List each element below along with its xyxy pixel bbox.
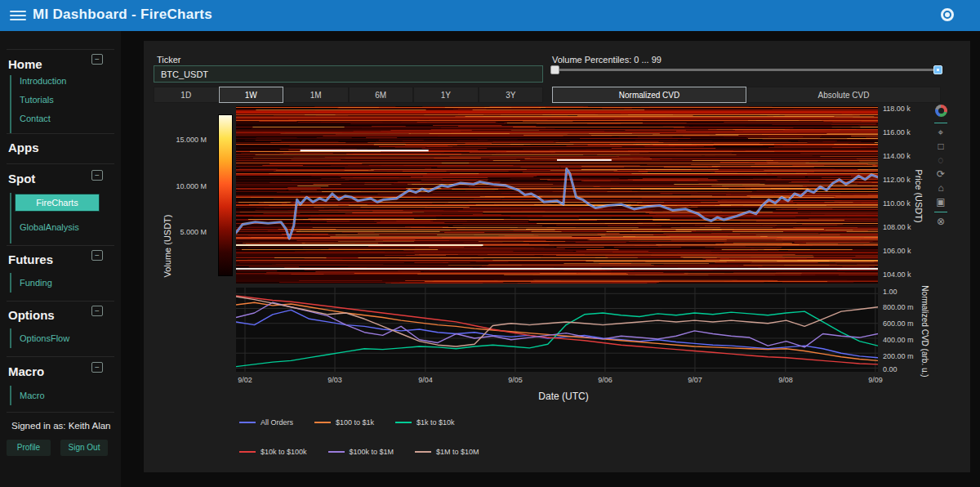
ticker-label: Ticker	[157, 55, 181, 65]
group-accent-line	[10, 193, 11, 244]
legend-label: $1M to $10M	[436, 448, 479, 456]
collapse-spot-icon[interactable]: −	[91, 170, 103, 181]
lasso-select-icon[interactable]: ◌	[938, 154, 943, 168]
legend-swatch	[395, 422, 412, 423]
divider	[7, 412, 114, 413]
legend-label: $100 to $1k	[336, 418, 374, 427]
sidebar-section-futures: Futures	[8, 252, 53, 266]
volume-tick: 5.000 M	[180, 228, 207, 236]
profile-button[interactable]: Profile	[7, 440, 51, 456]
close-icon[interactable]: ⊗	[937, 215, 945, 229]
price-tick: 106.00 k	[883, 247, 911, 255]
pan-icon[interactable]: ⌖	[938, 126, 944, 140]
collapse-home-icon[interactable]: −	[91, 54, 103, 65]
divider	[7, 49, 114, 50]
sidebar: Home − Introduction Tutorials Contact Ap…	[0, 31, 121, 487]
cvd-tick: 800.00 m	[883, 303, 914, 311]
modebar-separator	[934, 123, 947, 123]
tab-normalized-cvd[interactable]: Normalized CVD	[552, 87, 746, 103]
page-title: MI Dashboard - FireCharts	[33, 7, 212, 23]
price-tick: 112.00 k	[883, 176, 911, 184]
sidebar-item-funding[interactable]: Funding	[20, 278, 52, 288]
group-accent-line	[10, 386, 11, 405]
price-tick: 114.00 k	[883, 152, 911, 160]
date-tick: 9/03	[327, 376, 342, 384]
timeframe-tabs: 1D 1W 1M 6M 1Y 3Y	[154, 87, 543, 103]
sidebar-section-macro: Macro	[8, 364, 44, 378]
sidebar-item-tutorials[interactable]: Tutorials	[20, 95, 54, 105]
legend-item-1m-10m[interactable]: $1M to $10M	[415, 448, 479, 456]
volume-tick: 15.000 M	[176, 136, 207, 144]
cvd-line-chart-canvas[interactable]	[236, 288, 878, 372]
divider	[7, 301, 114, 302]
volume-axis-label: Volume (USDT)	[163, 209, 172, 283]
legend-label: $100k to $1M	[350, 448, 394, 456]
price-tick: 116.00 k	[883, 128, 911, 136]
group-accent-line	[10, 273, 11, 293]
sign-out-button[interactable]: Sign Out	[60, 440, 108, 456]
tab-6m[interactable]: 6M	[349, 87, 414, 103]
price-tick: 108.00 k	[883, 223, 911, 231]
sidebar-item-globalanalysis[interactable]: GlobalAnalysis	[20, 222, 79, 232]
legend-swatch	[415, 451, 431, 453]
tab-1w[interactable]: 1W	[219, 87, 284, 103]
date-tick: 9/09	[868, 376, 883, 384]
date-axis-label: Date (UTC)	[514, 391, 612, 402]
price-tick: 118.00 k	[883, 105, 911, 113]
status-ring-icon	[941, 8, 954, 21]
date-tick: 9/02	[238, 376, 252, 384]
cvd-tick: 1.00	[883, 288, 898, 296]
tab-1y[interactable]: 1Y	[413, 87, 479, 103]
sidebar-item-contact[interactable]: Contact	[20, 114, 51, 123]
date-tick: 9/06	[598, 376, 612, 384]
box-zoom-icon[interactable]: □	[938, 140, 943, 154]
cvd-tick: 200.00 m	[883, 352, 914, 360]
slider-handle-max[interactable]	[933, 65, 942, 74]
legend-item-10k-100k[interactable]: $10k to $100k	[239, 448, 307, 456]
tab-3y[interactable]: 3Y	[479, 87, 544, 103]
header-bar: MI Dashboard - FireCharts	[0, 0, 980, 31]
volume-colorbar	[218, 114, 233, 276]
group-accent-line	[10, 75, 11, 134]
tab-1m[interactable]: 1M	[283, 87, 349, 103]
autoscale-icon[interactable]: ⟳	[937, 168, 945, 181]
volume-percentile-slider[interactable]	[552, 69, 941, 71]
sidebar-section-spot: Spot	[8, 172, 35, 185]
ticker-input[interactable]	[154, 65, 543, 83]
legend-item-all-orders[interactable]: All Orders	[239, 418, 293, 427]
tab-1d[interactable]: 1D	[154, 87, 219, 103]
sidebar-item-optionsflow[interactable]: OptionsFlow	[20, 333, 69, 343]
collapse-options-icon[interactable]: −	[91, 306, 103, 316]
price-tick: 110.00 k	[883, 199, 911, 208]
collapse-macro-icon[interactable]: −	[91, 362, 103, 373]
plot-modebar: ⌖ □ ◌ ⟳ ⌂ ▣ ⊗	[932, 105, 950, 229]
sidebar-heading-apps: Apps	[8, 141, 39, 154]
collapse-futures-icon[interactable]: −	[91, 250, 103, 261]
legend-row-1: All Orders $100 to $1k $1k to $10k	[239, 418, 455, 427]
legend-swatch	[239, 451, 256, 453]
plotly-logo-icon[interactable]	[935, 105, 947, 117]
sidebar-item-firecharts[interactable]: FireCharts	[15, 194, 100, 212]
legend-item-100k-1m[interactable]: $100k to $1M	[328, 448, 394, 456]
cvd-mode-tabs: Normalized CVD Absolute CVD	[552, 87, 941, 103]
legend-label: $10k to $100k	[261, 448, 307, 456]
price-axis-label: Price (USDT)	[914, 163, 924, 229]
toggle-spikelines-icon[interactable]: ▣	[936, 195, 945, 209]
sidebar-item-introduction[interactable]: Introduction	[20, 76, 66, 86]
volume-percentiles-label: Volume Percentiles: 0 ... 99	[552, 55, 662, 65]
cvd-axis-label: Normalized CVD (arb. u.)	[920, 275, 929, 389]
divider	[7, 133, 114, 134]
tab-absolute-cvd[interactable]: Absolute CVD	[746, 87, 941, 103]
cvd-tick: 600.00 m	[883, 319, 914, 328]
volume-tick: 10.000 M	[176, 182, 207, 190]
legend-item-100-1k[interactable]: $100 to $1k	[314, 418, 374, 427]
date-tick: 9/07	[688, 376, 702, 384]
legend-label: $1k to $10k	[416, 418, 455, 427]
reset-axes-icon[interactable]: ⌂	[938, 181, 943, 195]
divider	[7, 163, 114, 164]
slider-handle-min[interactable]	[550, 65, 559, 74]
sidebar-item-macro[interactable]: Macro	[20, 391, 45, 400]
firechart-heatmap-canvas[interactable]	[236, 106, 878, 284]
hamburger-menu-icon[interactable]	[10, 8, 26, 21]
legend-item-1k-10k[interactable]: $1k to $10k	[395, 418, 455, 427]
